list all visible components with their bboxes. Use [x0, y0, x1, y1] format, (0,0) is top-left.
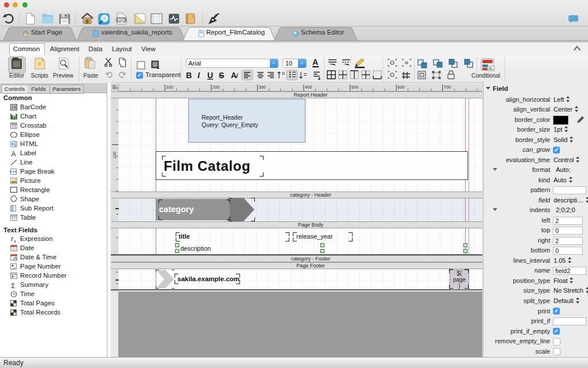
svg-text:200: 200: [212, 85, 220, 90]
svg-text:I: I: [198, 71, 200, 80]
svg-text:B: B: [186, 71, 192, 80]
svg-text:A: A: [11, 150, 16, 158]
svg-text:400: 400: [305, 85, 312, 90]
svg-text:700: 700: [444, 85, 451, 90]
svg-text:A: A: [312, 57, 318, 67]
svg-text:300: 300: [258, 85, 266, 90]
svg-text:500: 500: [351, 85, 359, 90]
svg-text:U: U: [207, 71, 213, 80]
svg-text:SQL: SQL: [118, 18, 125, 22]
svg-text:100: 100: [166, 85, 173, 90]
svg-text:f: f: [11, 236, 13, 243]
svg-text:600: 600: [397, 85, 405, 90]
svg-text:S: S: [219, 71, 224, 80]
svg-text:Σ: Σ: [11, 282, 16, 289]
svg-text:x: x: [14, 239, 16, 244]
svg-text:#: #: [38, 61, 41, 67]
svg-text:A: A: [231, 71, 237, 80]
